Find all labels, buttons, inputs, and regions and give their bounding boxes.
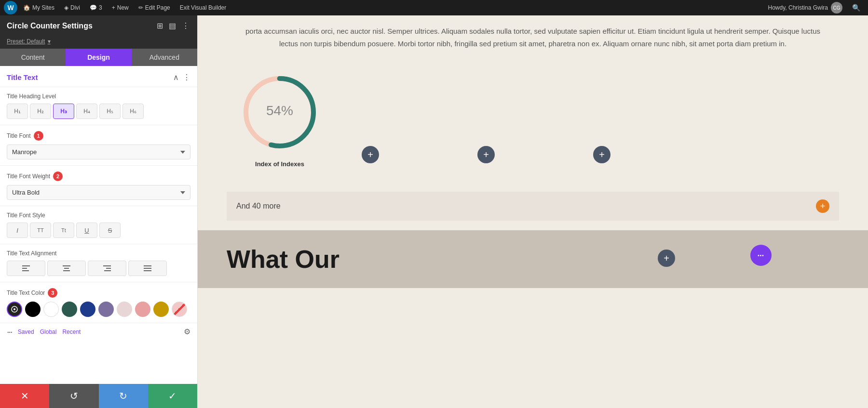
panel-header-icons: ⊞ ▤ ⋮ <box>156 20 190 31</box>
main-layout: Circle Counter Settings ⊞ ▤ ⋮ Preset: De… <box>0 15 868 408</box>
h6-button[interactable]: H₆ <box>122 104 144 119</box>
align-justify-button[interactable] <box>128 261 167 276</box>
global-link[interactable]: Global <box>40 329 57 335</box>
align-left-button[interactable] <box>7 261 45 276</box>
bottom-section: What Our ••• + <box>198 230 868 288</box>
undo-button[interactable]: ↺ <box>49 384 98 408</box>
panel-header: Circle Counter Settings ⊞ ▤ ⋮ <box>0 15 197 36</box>
save-button[interactable]: ✓ <box>148 384 197 408</box>
more-bar-plus-icon: + <box>820 201 826 211</box>
title-alignment-text: Title Text Alignment <box>7 250 56 257</box>
title-font-weight-badge: 2 <box>53 171 63 181</box>
circle-svg: 54% <box>236 69 323 156</box>
panel-icon-layout[interactable]: ⊞ <box>156 20 164 31</box>
admin-bar-divi[interactable]: ◈ Divi <box>60 0 84 15</box>
wp-admin-bar: W 🏠 My Sites ◈ Divi 💬 3 + New ✏ Edit Pag… <box>0 0 868 15</box>
svg-rect-6 <box>103 265 111 266</box>
plus-icon: + <box>112 4 115 11</box>
italic-button[interactable]: I <box>7 223 28 238</box>
color-swatches-row <box>7 302 190 317</box>
divi-icon: ◈ <box>64 4 68 11</box>
color-white[interactable] <box>43 302 59 317</box>
bottom-add-circle[interactable]: + <box>658 250 675 267</box>
color-black[interactable] <box>25 302 41 317</box>
cancel-button[interactable]: ✕ <box>0 384 49 408</box>
left-panel: Circle Counter Settings ⊞ ▤ ⋮ Preset: De… <box>0 15 198 408</box>
title-font-weight-text: Title Font Weight <box>7 173 50 180</box>
admin-bar-comments[interactable]: 💬 3 <box>86 0 106 15</box>
color-dark-blue[interactable] <box>80 302 95 317</box>
h3-button[interactable]: H₃ <box>53 104 74 119</box>
heading-level-text: Title Heading Level <box>7 93 56 100</box>
panel-title: Circle Counter Settings <box>7 22 93 30</box>
field-title-alignment: Title Text Alignment <box>0 244 197 282</box>
admin-bar-exit-vb[interactable]: Exit Visual Builder <box>176 0 231 15</box>
cancel-icon: ✕ <box>21 390 29 402</box>
saved-link[interactable]: Saved <box>18 329 34 335</box>
color-picker-swatch[interactable] <box>7 302 22 317</box>
title-font-select[interactable]: Manrope <box>7 145 190 159</box>
add-circle-2[interactable]: + <box>477 146 495 163</box>
panel-icon-more[interactable]: ⋮ <box>181 20 190 31</box>
section-header-icons: ∧ ⋮ <box>173 73 190 82</box>
body-text-content: porta accumsan iaculis orci, nec auctor … <box>245 27 820 48</box>
svg-rect-1 <box>22 268 27 269</box>
home-icon: 🏠 <box>23 4 30 11</box>
tab-design[interactable]: Design <box>66 49 131 66</box>
panel-icon-grid[interactable]: ▤ <box>168 20 177 31</box>
tab-content[interactable]: Content <box>0 49 66 66</box>
admin-bar-my-sites[interactable]: 🏠 My Sites <box>19 0 58 15</box>
svg-rect-10 <box>144 268 151 269</box>
purple-dots-button[interactable]: ••• <box>750 245 772 266</box>
bottom-add-icon: + <box>664 253 669 264</box>
more-bar-text: And 40 more <box>236 202 281 211</box>
wordpress-icon[interactable]: W <box>4 1 17 14</box>
h4-button[interactable]: H₄ <box>76 104 97 119</box>
heading-level-label: Title Heading Level <box>7 93 190 100</box>
svg-rect-0 <box>22 265 30 266</box>
strikethrough-button[interactable]: S <box>99 223 121 238</box>
color-gear-icon[interactable]: ⚙ <box>184 327 190 336</box>
undo-icon: ↺ <box>70 390 78 402</box>
color-footer: ··· Saved Global Recent ⚙ <box>0 323 197 342</box>
svg-rect-11 <box>144 270 151 271</box>
color-pink[interactable] <box>135 302 150 317</box>
align-center-button[interactable] <box>47 261 86 276</box>
h5-button[interactable]: H₅ <box>99 104 121 119</box>
underline-button[interactable]: U <box>76 223 97 238</box>
color-dark-green[interactable] <box>62 302 77 317</box>
section-collapse-icon[interactable]: ∧ <box>173 73 179 82</box>
title-font-text: Title Font <box>7 132 31 139</box>
recent-link[interactable]: Recent <box>62 329 81 335</box>
section-more-icon[interactable]: ⋮ <box>183 73 190 82</box>
title-alignment-label: Title Text Alignment <box>7 250 190 257</box>
color-purple[interactable] <box>98 302 114 317</box>
search-icon[interactable]: 🔍 <box>848 4 864 12</box>
color-gold[interactable] <box>153 302 169 317</box>
color-light-pink[interactable] <box>117 302 132 317</box>
howdy-label: Howdy, Christina Gwira <box>768 4 828 11</box>
admin-bar-new[interactable]: + New <box>108 0 133 15</box>
color-more-dots[interactable]: ··· <box>7 326 12 337</box>
tab-advanced[interactable]: Advanced <box>132 49 197 66</box>
h2-button[interactable]: H₂ <box>30 104 51 119</box>
admin-bar-edit-page[interactable]: ✏ Edit Page <box>135 0 174 15</box>
capitalize-button[interactable]: Tt <box>53 223 74 238</box>
redo-button[interactable]: ↻ <box>99 384 148 408</box>
color-red-slash[interactable] <box>172 302 187 317</box>
user-avatar[interactable]: CG <box>831 2 842 13</box>
field-title-font-weight: Title Font Weight 2 Ultra Bold <box>0 166 197 206</box>
title-font-weight-select[interactable]: Ultra Bold <box>7 185 190 200</box>
more-bar-plus-button[interactable]: + <box>816 199 829 213</box>
preset-label[interactable]: Preset: Default <box>7 38 45 45</box>
add-circle-1[interactable]: + <box>362 146 379 163</box>
uppercase-button[interactable]: TT <box>30 223 51 238</box>
exit-vb-label: Exit Visual Builder <box>180 4 227 11</box>
align-right-button[interactable] <box>88 261 126 276</box>
section-label: Title Text <box>7 73 38 81</box>
h1-button[interactable]: H₁ <box>7 104 28 119</box>
panel-content: Title Text ∧ ⋮ Title Heading Level H₁ H₂… <box>0 66 197 384</box>
add-circle-3[interactable]: + <box>593 146 610 163</box>
right-content: porta accumsan iaculis orci, nec auctor … <box>198 15 868 408</box>
more-bar: And 40 more + <box>227 192 839 221</box>
